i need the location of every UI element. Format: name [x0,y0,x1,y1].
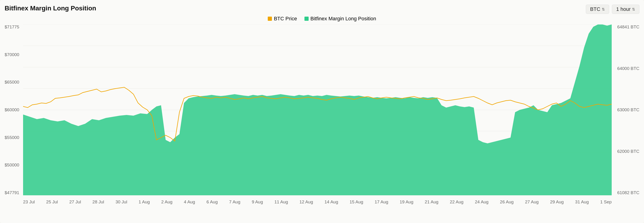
chart-svg [23,24,612,195]
x-label-20: 26 Aug [500,200,514,204]
x-label-7: 4 Aug [184,200,195,204]
y-left-label-4: $55000 [4,135,19,140]
header-row: Bitfinex Margin Long Position BTC ⇅ 1 ho… [4,4,640,14]
x-label-5: 1 Aug [139,200,150,204]
x-label-14: 15 Aug [350,200,363,204]
x-label-19: 24 Aug [475,200,488,204]
y-right-label-1: 64000 BTC [617,66,640,71]
x-label-1: 25 Jul [46,200,58,204]
chevron-up-down-icon: ⇅ [602,7,605,12]
y-left-label-2: $65000 [4,80,19,85]
currency-selector[interactable]: BTC ⇅ [586,4,609,14]
x-label-23: 31 Aug [575,200,589,204]
legend-color-long [304,16,308,21]
legend-label-long: Bitfinex Margin Long Position [310,16,376,22]
legend-item-btc: BTC Price [268,16,297,22]
y-right-label-2: 63000 BTC [617,107,640,112]
x-label-24: 1 Sep [600,200,612,204]
chart-area: $71775 $70000 $65000 $60000 $55000 $5000… [4,24,640,204]
x-label-11: 11 Aug [274,200,288,204]
y-left-label-6: $47791 [4,190,19,195]
y-left-label-0: $71775 [4,24,19,30]
x-label-22: 29 Aug [550,200,564,204]
x-label-9: 7 Aug [229,200,240,204]
y-right-label-4: 61082 BTC [617,190,640,195]
timeframe-selector[interactable]: 1 hour ⇅ [612,4,640,14]
legend-label-btc: BTC Price [274,16,297,22]
x-label-15: 17 Aug [375,200,388,204]
x-label-12: 12 Aug [300,200,313,204]
chart-legend: BTC Price Bitfinex Margin Long Position [4,16,640,22]
x-label-0: 23 Jul [23,200,35,204]
x-label-3: 28 Jul [92,200,104,204]
y-axis-left: $71775 $70000 $65000 $60000 $55000 $5000… [4,24,23,195]
chart-title: Bitfinex Margin Long Position [4,4,96,12]
chevron-up-down-icon: ⇅ [632,7,635,12]
legend-color-btc [268,16,272,21]
y-axis-right: 64841 BTC 64000 BTC 63000 BTC 62000 BTC … [614,24,640,195]
x-label-21: 27 Aug [525,200,538,204]
y-right-label-0: 64841 BTC [617,24,640,30]
x-label-13: 14 Aug [324,200,338,204]
x-label-8: 6 Aug [206,200,218,204]
controls: BTC ⇅ 1 hour ⇅ [586,4,640,14]
y-left-label-1: $70000 [4,52,19,57]
x-label-17: 21 Aug [425,200,438,204]
x-label-10: 9 Aug [252,200,263,204]
x-axis: 23 Jul 25 Jul 27 Jul 28 Jul 30 Jul 1 Aug… [23,196,612,204]
x-label-6: 2 Aug [161,200,173,204]
y-right-label-3: 62000 BTC [617,149,640,154]
x-label-16: 19 Aug [400,200,414,204]
chart-container: Bitfinex Margin Long Position BTC ⇅ 1 ho… [0,0,644,223]
y-left-label-5: $50000 [4,162,19,168]
x-label-4: 30 Jul [116,200,127,204]
x-label-18: 22 Aug [450,200,464,204]
legend-item-long: Bitfinex Margin Long Position [304,16,376,22]
y-left-label-3: $60000 [4,107,19,112]
x-label-2: 27 Jul [69,200,81,204]
plot-area [23,24,612,195]
